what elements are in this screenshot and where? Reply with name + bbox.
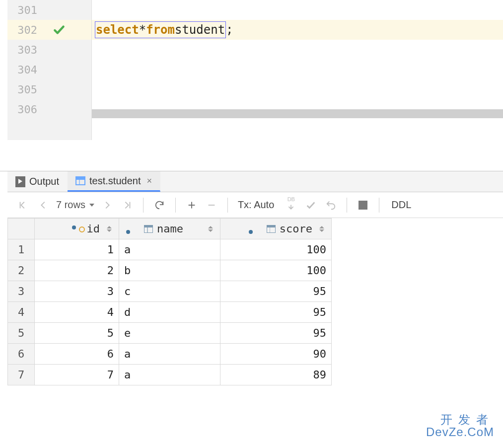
cell-score[interactable]: 89 <box>220 365 332 385</box>
table-row[interactable]: 77a89 <box>8 365 332 385</box>
revert-button[interactable] <box>322 196 340 214</box>
table-row[interactable]: 66a90 <box>8 344 332 365</box>
cell-id[interactable]: 4 <box>35 302 119 323</box>
grid-corner[interactable] <box>8 219 35 239</box>
cell-name[interactable]: d <box>119 302 220 323</box>
tab-output[interactable]: Output <box>7 171 68 192</box>
cell-score[interactable]: 95 <box>220 281 332 302</box>
cell-name[interactable]: b <box>119 260 220 281</box>
column-header-score[interactable]: score <box>220 219 332 239</box>
stop-button[interactable] <box>354 196 372 214</box>
db-commit-button[interactable]: DB <box>282 196 300 214</box>
table-row[interactable]: 22b100 <box>8 260 332 281</box>
table-row[interactable]: 11a100 <box>8 239 332 260</box>
stop-icon <box>359 201 367 210</box>
primary-key-icon <box>72 224 83 234</box>
column-dot-icon <box>249 224 260 234</box>
tab-label: test.student <box>89 175 141 187</box>
table-icon <box>75 176 85 186</box>
first-page-button[interactable] <box>14 196 32 214</box>
prev-page-button[interactable] <box>34 196 52 214</box>
result-grid[interactable]: id name score <box>7 218 503 385</box>
gutter-line-number: 302 <box>13 24 37 36</box>
cell-name[interactable]: c <box>119 281 220 302</box>
table-row[interactable]: 33c95 <box>8 281 332 302</box>
table-row[interactable]: 44d95 <box>8 302 332 323</box>
cell-id[interactable]: 2 <box>35 260 119 281</box>
cell-id[interactable]: 5 <box>35 323 119 344</box>
column-type-icon <box>144 225 153 233</box>
remove-row-button[interactable] <box>203 196 220 214</box>
sql-keyword: from <box>146 23 175 37</box>
row-number[interactable]: 2 <box>8 260 35 281</box>
sql-keyword: select <box>96 23 139 37</box>
cell-score[interactable]: 100 <box>220 239 332 260</box>
sort-icon[interactable] <box>208 226 213 232</box>
add-row-button[interactable] <box>183 196 201 214</box>
cell-score[interactable]: 100 <box>220 260 332 281</box>
column-dot-icon <box>126 224 137 234</box>
sort-icon[interactable] <box>107 226 112 232</box>
gutter-line-number: 305 <box>13 83 37 96</box>
cell-id[interactable]: 6 <box>35 344 119 365</box>
gutter-line-number: 306 <box>13 103 37 116</box>
run-ok-icon <box>52 23 66 37</box>
row-number[interactable]: 4 <box>8 302 35 323</box>
reload-button[interactable] <box>150 196 168 214</box>
chevron-down-icon <box>89 204 94 207</box>
editor-gutter: 301 302 303 304 305 306 <box>7 0 92 140</box>
cell-score[interactable]: 95 <box>220 302 332 323</box>
cell-score[interactable]: 95 <box>220 323 332 344</box>
close-icon[interactable]: × <box>146 176 152 186</box>
sql-statement-selection[interactable]: select * from student <box>95 21 226 38</box>
cell-name[interactable]: a <box>119 239 220 260</box>
gutter-line-number: 303 <box>13 44 37 56</box>
row-number[interactable]: 3 <box>8 281 35 302</box>
result-tabs: Output test.student × <box>7 171 503 192</box>
cell-id[interactable]: 7 <box>35 365 119 385</box>
table-row[interactable]: 55e95 <box>8 323 332 344</box>
ddl-button[interactable]: DDL <box>386 199 416 211</box>
submit-button[interactable] <box>302 196 320 214</box>
row-number[interactable]: 1 <box>8 239 35 260</box>
gutter-line-number: 304 <box>13 64 37 76</box>
row-number[interactable]: 5 <box>8 323 35 344</box>
last-page-button[interactable] <box>118 196 136 214</box>
next-page-button[interactable] <box>98 196 116 214</box>
rows-count-dropdown[interactable]: 7 rows <box>54 199 96 211</box>
tx-mode-dropdown[interactable]: Tx: Auto <box>235 199 280 211</box>
cell-name[interactable]: a <box>119 365 220 385</box>
grid-toolbar: 7 rows Tx: Auto DB DDL <box>7 192 503 218</box>
output-icon <box>15 177 25 187</box>
column-header-id[interactable]: id <box>35 219 119 239</box>
editor-hscrollbar[interactable] <box>92 109 503 118</box>
tab-label: Output <box>29 176 59 187</box>
row-number[interactable]: 7 <box>8 365 35 385</box>
cell-id[interactable]: 3 <box>35 281 119 302</box>
cell-id[interactable]: 1 <box>35 239 119 260</box>
gutter-line-number: 301 <box>13 4 37 16</box>
column-header-name[interactable]: name <box>119 219 220 239</box>
row-number[interactable]: 6 <box>8 344 35 365</box>
cell-name[interactable]: a <box>119 344 220 365</box>
cell-score[interactable]: 90 <box>220 344 332 365</box>
cell-name[interactable]: e <box>119 323 220 344</box>
watermark: 开发者 DevZe.CoM <box>426 413 494 438</box>
sort-icon[interactable] <box>319 226 324 232</box>
tab-result-table[interactable]: test.student × <box>68 171 160 192</box>
column-type-icon <box>267 225 276 233</box>
sql-editor[interactable]: 301 302 303 304 305 306 select * from st… <box>0 0 503 140</box>
